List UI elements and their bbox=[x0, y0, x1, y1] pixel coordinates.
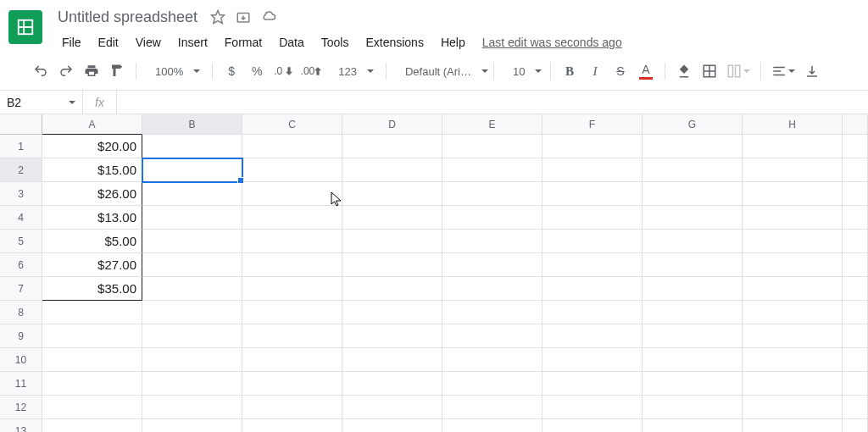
cell-B3[interactable] bbox=[142, 182, 242, 206]
cell-C13[interactable] bbox=[242, 419, 342, 432]
row-header-1[interactable]: 1 bbox=[0, 135, 42, 158]
menu-extensions[interactable]: Extensions bbox=[358, 32, 431, 53]
cell-D11[interactable] bbox=[342, 372, 442, 396]
decrease-decimal-button[interactable]: .0 bbox=[270, 59, 295, 83]
cell-G7[interactable] bbox=[643, 277, 743, 301]
increase-decimal-button[interactable]: .00 bbox=[298, 59, 326, 83]
cell-B4[interactable] bbox=[142, 206, 242, 230]
cell-E6[interactable] bbox=[442, 253, 542, 277]
column-header-F[interactable]: F bbox=[542, 114, 643, 135]
vertical-align-button[interactable] bbox=[800, 59, 824, 83]
cell-E10[interactable] bbox=[442, 348, 542, 372]
cell-B8[interactable] bbox=[142, 301, 242, 324]
cell-F8[interactable] bbox=[542, 301, 643, 324]
cell-D7[interactable] bbox=[342, 277, 442, 301]
cell-extra-8[interactable] bbox=[843, 301, 868, 324]
cell-A12[interactable] bbox=[42, 396, 142, 419]
cell-C2[interactable] bbox=[242, 158, 342, 182]
column-header-C[interactable]: C bbox=[242, 114, 342, 135]
star-icon[interactable] bbox=[209, 8, 226, 25]
row-header-7[interactable]: 7 bbox=[0, 277, 42, 301]
font-size-dropdown[interactable]: 10 bbox=[501, 59, 543, 83]
cell-E12[interactable] bbox=[442, 396, 542, 419]
row-header-11[interactable]: 11 bbox=[0, 372, 42, 396]
cell-A2[interactable]: $15.00 bbox=[42, 158, 142, 182]
row-header-3[interactable]: 3 bbox=[0, 182, 42, 206]
cell-F11[interactable] bbox=[542, 372, 643, 396]
cell-E9[interactable] bbox=[442, 324, 542, 348]
cell-D8[interactable] bbox=[342, 301, 442, 324]
cell-H13[interactable] bbox=[743, 419, 843, 432]
cell-D3[interactable] bbox=[342, 182, 442, 206]
sheets-logo[interactable] bbox=[8, 10, 42, 44]
cell-A8[interactable] bbox=[42, 301, 142, 324]
cell-A7[interactable]: $35.00 bbox=[42, 277, 142, 301]
cell-F12[interactable] bbox=[542, 396, 643, 419]
cell-H6[interactable] bbox=[743, 253, 843, 277]
cell-G4[interactable] bbox=[643, 206, 743, 230]
cell-extra-4[interactable] bbox=[843, 206, 868, 230]
cell-G12[interactable] bbox=[643, 396, 743, 419]
cell-F5[interactable] bbox=[542, 230, 643, 253]
cell-C12[interactable] bbox=[242, 396, 342, 419]
redo-button[interactable] bbox=[54, 59, 78, 83]
last-edit-link[interactable]: Last edit was seconds ago bbox=[475, 32, 630, 53]
cell-D6[interactable] bbox=[342, 253, 442, 277]
cell-G5[interactable] bbox=[643, 230, 743, 253]
cell-A13[interactable] bbox=[42, 419, 142, 432]
font-dropdown[interactable]: Default (Ari… bbox=[393, 59, 487, 83]
cell-E7[interactable] bbox=[442, 277, 542, 301]
cell-A11[interactable] bbox=[42, 372, 142, 396]
cell-C5[interactable] bbox=[242, 230, 342, 253]
more-formats-dropdown[interactable]: 123 bbox=[326, 59, 379, 83]
cell-A9[interactable] bbox=[42, 324, 142, 348]
text-color-button[interactable]: A bbox=[634, 59, 658, 83]
cell-G3[interactable] bbox=[643, 182, 743, 206]
paint-format-button[interactable] bbox=[105, 59, 129, 83]
cell-B13[interactable] bbox=[142, 419, 242, 432]
row-header-8[interactable]: 8 bbox=[0, 301, 42, 324]
cell-extra-10[interactable] bbox=[843, 348, 868, 372]
menu-format[interactable]: Format bbox=[217, 32, 270, 53]
cell-D2[interactable] bbox=[342, 158, 442, 182]
row-header-9[interactable]: 9 bbox=[0, 324, 42, 348]
cell-H9[interactable] bbox=[743, 324, 843, 348]
row-header-6[interactable]: 6 bbox=[0, 253, 42, 277]
cell-D12[interactable] bbox=[342, 396, 442, 419]
cell-A4[interactable]: $13.00 bbox=[42, 206, 142, 230]
cell-G11[interactable] bbox=[643, 372, 743, 396]
cell-E1[interactable] bbox=[442, 135, 542, 158]
undo-button[interactable] bbox=[29, 59, 53, 83]
cell-extra-5[interactable] bbox=[843, 230, 868, 253]
cell-H11[interactable] bbox=[743, 372, 843, 396]
cell-D1[interactable] bbox=[342, 135, 442, 158]
column-header-H[interactable]: H bbox=[743, 114, 843, 135]
row-header-13[interactable]: 13 bbox=[0, 419, 42, 432]
cell-E2[interactable] bbox=[442, 158, 542, 182]
cell-E3[interactable] bbox=[442, 182, 542, 206]
format-percent-button[interactable]: % bbox=[245, 59, 269, 83]
row-header-10[interactable]: 10 bbox=[0, 348, 42, 372]
row-header-5[interactable]: 5 bbox=[0, 230, 42, 253]
cell-F9[interactable] bbox=[542, 324, 643, 348]
merge-cells-button[interactable] bbox=[723, 59, 754, 83]
cell-F6[interactable] bbox=[542, 253, 643, 277]
cell-extra-12[interactable] bbox=[843, 396, 868, 419]
cell-E13[interactable] bbox=[442, 419, 542, 432]
cell-C8[interactable] bbox=[242, 301, 342, 324]
horizontal-align-button[interactable] bbox=[768, 59, 798, 83]
cell-H8[interactable] bbox=[743, 301, 843, 324]
formula-input[interactable] bbox=[117, 91, 868, 114]
cell-F13[interactable] bbox=[542, 419, 643, 432]
cell-D4[interactable] bbox=[342, 206, 442, 230]
cell-H2[interactable] bbox=[743, 158, 843, 182]
cell-H1[interactable] bbox=[743, 135, 843, 158]
cell-extra-9[interactable] bbox=[843, 324, 868, 348]
document-title[interactable]: Untitled spreadsheet bbox=[54, 7, 201, 28]
cell-A3[interactable]: $26.00 bbox=[42, 182, 142, 206]
column-header-G[interactable]: G bbox=[643, 114, 743, 135]
cell-H10[interactable] bbox=[743, 348, 843, 372]
cell-D13[interactable] bbox=[342, 419, 442, 432]
cell-extra-7[interactable] bbox=[843, 277, 868, 301]
print-button[interactable] bbox=[80, 59, 103, 83]
